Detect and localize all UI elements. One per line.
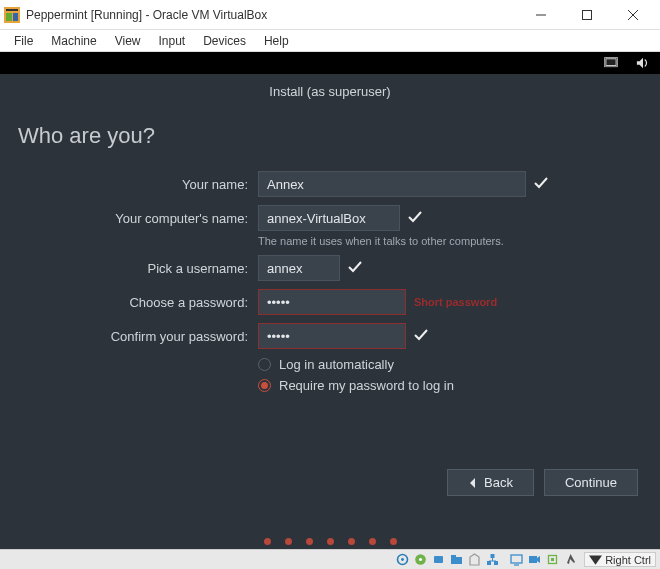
installer-window: Install (as superuser) Who are you? Your… (0, 74, 660, 514)
svg-point-16 (419, 558, 422, 561)
label-your-name: Your name: (0, 177, 258, 192)
svg-rect-19 (451, 555, 456, 558)
radio-icon-checked (258, 379, 271, 392)
optical-icon[interactable] (412, 552, 428, 568)
pager-dot (390, 538, 397, 545)
display-icon[interactable] (508, 552, 524, 568)
label-username: Pick a username: (0, 261, 258, 276)
password-warning: Short password (414, 296, 497, 308)
minimize-button[interactable] (518, 0, 564, 30)
svg-rect-22 (490, 554, 494, 558)
check-icon (414, 329, 428, 344)
maximize-button[interactable] (564, 0, 610, 30)
menu-input[interactable]: Input (151, 32, 194, 50)
shared-folder-icon[interactable] (448, 552, 464, 568)
menubar: File Machine View Input Devices Help (0, 30, 660, 52)
usb-icon[interactable] (430, 552, 446, 568)
svg-rect-3 (13, 13, 18, 21)
guest-display: Install (as superuser) Who are you? Your… (0, 52, 660, 569)
volume-icon[interactable] (636, 56, 650, 70)
radio-label-require: Require my password to log in (279, 378, 454, 393)
pager-dot (369, 538, 376, 545)
svg-marker-31 (589, 556, 602, 565)
username-input[interactable] (258, 255, 340, 281)
app-icon (4, 7, 20, 23)
svg-rect-27 (529, 556, 537, 563)
svg-rect-20 (487, 561, 491, 565)
back-button[interactable]: Back (447, 469, 534, 496)
svg-marker-12 (470, 478, 475, 488)
radio-label-auto: Log in automatically (279, 357, 394, 372)
host-key-indicator[interactable]: Right Ctrl (584, 552, 656, 567)
back-button-label: Back (484, 475, 513, 490)
menu-machine[interactable]: Machine (43, 32, 104, 50)
network-icon[interactable] (484, 552, 500, 568)
menu-devices[interactable]: Devices (195, 32, 254, 50)
your-name-input[interactable] (258, 171, 526, 197)
close-button[interactable] (610, 0, 656, 30)
menu-file[interactable]: File (6, 32, 41, 50)
label-password: Choose a password: (0, 295, 258, 310)
radio-icon (258, 358, 271, 371)
pager-dot (348, 538, 355, 545)
pager-dot (306, 538, 313, 545)
svg-rect-1 (6, 9, 18, 11)
computer-name-input[interactable] (258, 205, 400, 231)
confirm-password-input[interactable] (258, 323, 406, 349)
page-heading: Who are you? (0, 105, 660, 171)
check-icon (408, 211, 422, 226)
hdd-icon[interactable] (394, 552, 410, 568)
radio-require-password[interactable]: Require my password to log in (258, 378, 642, 393)
recording-icon[interactable] (526, 552, 542, 568)
label-computer-name: Your computer's name: (0, 211, 258, 226)
pager-dot (327, 538, 334, 545)
check-icon (348, 261, 362, 276)
menu-help[interactable]: Help (256, 32, 297, 50)
pager-dot (264, 538, 271, 545)
check-icon (534, 177, 548, 192)
radio-auto-login[interactable]: Log in automatically (258, 357, 642, 372)
computer-name-hint: The name it uses when it talks to other … (258, 235, 642, 247)
audio-icon[interactable] (466, 552, 482, 568)
svg-rect-30 (551, 558, 554, 561)
host-key-label: Right Ctrl (605, 554, 651, 566)
arrow-down-icon (589, 553, 602, 566)
svg-point-14 (401, 558, 404, 561)
mouse-icon[interactable] (562, 552, 578, 568)
password-input[interactable] (258, 289, 406, 315)
installer-subtitle: Install (as superuser) (0, 74, 660, 105)
continue-button-label: Continue (565, 475, 617, 490)
window-title: Peppermint [Running] - Oracle VM Virtual… (26, 8, 518, 22)
svg-marker-28 (537, 556, 540, 563)
arrow-left-icon (468, 478, 478, 488)
screen-icon[interactable] (604, 56, 618, 70)
window-titlebar: Peppermint [Running] - Oracle VM Virtual… (0, 0, 660, 30)
continue-button[interactable]: Continue (544, 469, 638, 496)
guest-top-panel (0, 52, 660, 74)
menu-view[interactable]: View (107, 32, 149, 50)
svg-rect-21 (494, 561, 498, 565)
svg-rect-25 (511, 555, 522, 563)
pager-dot (285, 538, 292, 545)
svg-rect-18 (451, 557, 462, 564)
cpu-icon[interactable] (544, 552, 560, 568)
label-confirm-password: Confirm your password: (0, 329, 258, 344)
user-form: Your name: Your computer's name: The nam… (0, 171, 660, 393)
svg-rect-5 (583, 10, 592, 19)
svg-rect-2 (6, 13, 12, 21)
svg-rect-17 (434, 556, 443, 563)
vm-status-bar: Right Ctrl (0, 549, 660, 569)
svg-marker-11 (637, 58, 643, 69)
